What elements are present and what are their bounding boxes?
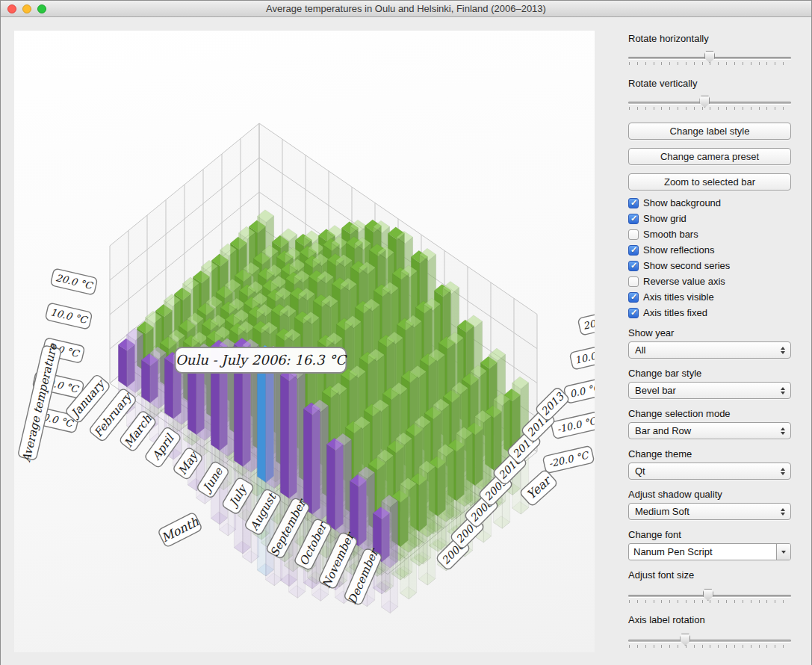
checkbox-label: Axis titles visible [643,291,714,303]
rotate-horizontally-label: Rotate horizontally [628,33,791,45]
window-content: 20.0 °C20.0 °C10.0 °C10.0 °C0.0 °C0.0 °C… [1,17,811,665]
chart-3d-view[interactable]: 20.0 °C20.0 °C10.0 °C10.0 °C0.0 °C0.0 °C… [14,31,595,652]
dropdown-arrow-icon [781,551,786,554]
popup-arrows-icon [781,468,786,475]
axis-label-rotation-label: Axis label rotation [628,614,791,626]
selected-value: Bevel bar [635,385,676,396]
value-axis-label-right: 10.0 °C [569,343,595,370]
change-label-style-button[interactable]: Change label style [628,123,791,140]
slider-ticks [629,107,791,110]
bars-3d-graph[interactable]: 20.0 °C20.0 °C10.0 °C10.0 °C0.0 °C0.0 °C… [14,31,595,652]
slider-ticks [629,645,791,648]
checkbox-box[interactable] [628,229,639,240]
checkbox-show-grid[interactable]: Show grid [628,212,791,225]
selected-value: Qt [635,466,645,477]
checkbox-box[interactable] [628,261,639,271]
checkbox-box[interactable] [628,292,639,303]
traffic-lights [7,4,46,13]
slider-track[interactable] [628,640,791,642]
checkbox-label: Show second series [643,260,730,271]
zoom-to-selected-bar-button[interactable]: Zoom to selected bar [628,173,791,191]
change-bar-style-select[interactable]: Bevel bar [628,382,791,399]
control-panel: Rotate horizontally Rotate vertically Ch… [628,17,791,665]
change-camera-preset-button[interactable]: Change camera preset [628,148,791,165]
popup-arrows-icon [781,387,786,395]
checkbox-axis-titles-fixed[interactable]: Axis titles fixed [628,306,791,319]
change-theme-select[interactable]: Qt [628,463,791,480]
checkbox-show-background[interactable]: Show background [628,197,791,209]
slider-ticks [629,62,791,65]
value-axis-label-right: -10.0 °C [551,411,595,439]
change-selection-mode-label: Change selection mode [628,408,791,420]
checkbox-box[interactable] [628,245,639,256]
checkbox-smooth-bars[interactable]: Smooth bars [628,228,791,241]
checkbox-label: Show background [643,197,721,208]
selected-value: Bar and Row [635,425,691,436]
checkbox-label: Show grid [643,213,687,224]
combo-dropdown-button[interactable] [776,544,790,560]
checkbox-group: Show background Show grid Smooth bars Sh… [628,197,791,319]
slider-thumb[interactable] [699,96,710,108]
zoom-window-button[interactable] [37,4,46,13]
checkbox-label: Axis titles fixed [643,307,707,318]
popup-arrows-icon [781,508,786,516]
change-font-combobox[interactable]: Nanum Pen Script [628,543,791,560]
adjust-font-size-label: Adjust font size [628,569,791,581]
change-font-label: Change font [628,529,791,541]
value-axis-label-right: -20.0 °C [542,445,594,473]
adjust-font-size-slider[interactable] [628,588,791,606]
titlebar: Average temperatures in Oulu and Helsink… [1,1,811,17]
checkbox-label: Smooth bars [643,229,698,240]
checkbox-box[interactable] [628,198,639,208]
selected-value: All [635,344,645,356]
minimize-button[interactable] [22,4,31,13]
checkbox-show-second-series[interactable]: Show second series [628,259,791,272]
selection-tooltip: Oulu - July 2006: 16.3 °C [176,347,348,373]
slider-ticks [629,600,791,603]
selected-value: Medium Soft [635,506,689,517]
rotate-vertically-label: Rotate vertically [628,78,791,90]
window-title: Average temperatures in Oulu and Helsink… [1,1,811,16]
adjust-shadow-quality-select[interactable]: Medium Soft [628,503,791,520]
axis-label-rotation-slider[interactable] [628,633,791,651]
rotate-vertically-slider[interactable] [628,95,791,113]
change-bar-style-label: Change bar style [628,368,791,380]
show-year-select[interactable]: All [628,341,791,359]
app-window: Average temperatures in Oulu and Helsink… [0,0,812,665]
popup-arrows-icon [781,427,786,435]
slider-thumb[interactable] [680,634,690,646]
value-axis-title: Average temperature [16,341,62,465]
checkbox-box[interactable] [628,308,639,318]
close-button[interactable] [7,4,16,13]
show-year-label: Show year [628,327,791,339]
font-name-value: Nanum Pen Script [629,544,776,560]
checkbox-label: Show reflections [643,244,714,256]
checkbox-box[interactable] [628,276,639,287]
slider-thumb[interactable] [704,51,715,63]
checkbox-axis-titles-visible[interactable]: Axis titles visible [628,291,791,303]
change-theme-label: Change theme [628,448,791,460]
checkbox-label: Reverse value axis [643,276,725,287]
checkbox-reverse-value-axis[interactable]: Reverse value axis [628,275,791,288]
slider-thumb[interactable] [703,589,713,601]
popup-arrows-icon [781,347,786,354]
checkbox-box[interactable] [628,214,639,224]
svg-text:Oulu - July 2006: 16.3 °C: Oulu - July 2006: 16.3 °C [176,352,347,368]
checkbox-show-reflections[interactable]: Show reflections [628,244,791,256]
value-axis-label-left: 20.0 °C [50,268,97,295]
value-axis-label-right: 20.0 °C [577,309,595,335]
value-axis-label-left: 10.0 °C [45,303,92,330]
change-selection-mode-select[interactable]: Bar and Row [628,422,791,439]
rotate-horizontally-slider[interactable] [628,50,791,68]
adjust-shadow-quality-label: Adjust shadow quality [628,489,791,501]
month-axis-title: Month [158,512,202,548]
